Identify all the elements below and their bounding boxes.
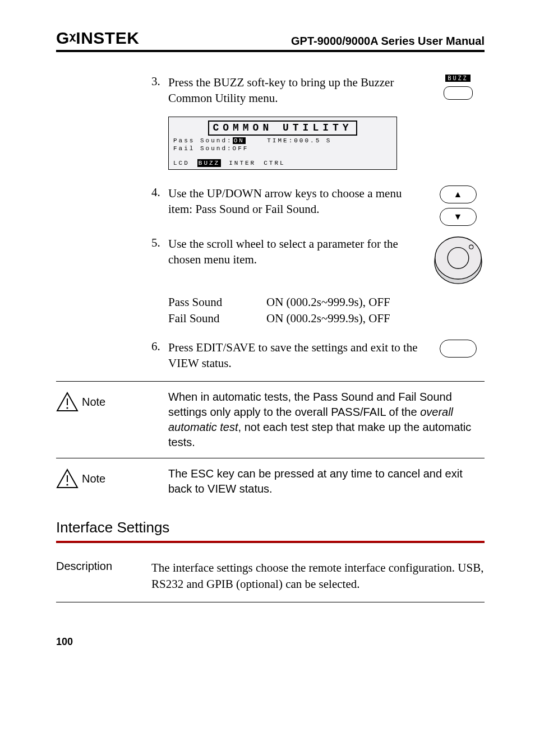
note-label: Note	[82, 472, 105, 485]
svg-point-9	[66, 484, 68, 486]
note-label: Note	[82, 396, 105, 409]
heading-rule	[56, 541, 485, 543]
divider	[56, 458, 485, 458]
buzz-softkey-label: BUZZ	[445, 75, 470, 82]
param-value: ON (000.2s~999.9s), OFF	[266, 294, 390, 310]
param-label: Fail Sound	[168, 310, 266, 327]
lcd-softkey-inter: INTER	[229, 159, 256, 167]
svg-point-1	[435, 237, 481, 279]
step-number: 6.	[151, 340, 168, 354]
step-5: 5. Use the scroll wheel to select a para…	[151, 236, 485, 284]
step-text: Use the UP/DOWN arrow keys to choose a m…	[168, 185, 431, 217]
note-text: When in automatic tests, the Pass Sound …	[168, 389, 485, 450]
description-row: Description The interface settings choos…	[56, 560, 485, 592]
page-number: 100	[56, 636, 485, 648]
param-fail-sound: Fail Sound ON (000.2s~999.9s), OFF	[168, 310, 485, 327]
scroll-wheel-icon	[433, 236, 483, 284]
param-label: Pass Sound	[168, 294, 266, 310]
description-label: Description	[56, 560, 151, 592]
note-text: The ESC key can be pressed at any time t…	[168, 466, 485, 497]
step-text: Press EDIT/SAVE to save the settings and…	[168, 340, 431, 372]
step-4: 4. Use the UP/DOWN arrow keys to choose …	[151, 185, 485, 226]
logo-text-instek: INSTEK	[76, 29, 139, 47]
page-header: GᵡINSTEK GPT-9000/9000A Series User Manu…	[56, 28, 485, 52]
softkey-button-icon	[444, 86, 473, 100]
step-text: Press the BUZZ soft-key to bring up the …	[168, 75, 431, 106]
lcd-title: COMMON UTILITY	[208, 120, 357, 136]
lcd-panel: COMMON UTILITY Pass Sound:ON TIME:000.5 …	[168, 117, 397, 170]
step-text: Use the scroll wheel to select a paramet…	[168, 236, 431, 268]
svg-point-6	[66, 407, 68, 409]
lcd-softkey-ctrl: CTRL	[264, 159, 285, 167]
param-value: ON (000.2s~999.9s), OFF	[266, 310, 390, 327]
interface-settings-heading: Interface Settings	[56, 519, 485, 536]
brand-logo: GᵡINSTEK	[56, 28, 139, 48]
description-text: The interface settings choose the remote…	[151, 560, 485, 592]
divider	[56, 602, 485, 602]
logo-text-g: G	[56, 29, 70, 47]
divider	[56, 381, 485, 382]
lcd-softkey-row: LCD BUZZ INTER CTRL	[173, 159, 392, 167]
note-text-pre: When in automatic tests, the Pass Sound …	[168, 391, 452, 418]
manual-title: GPT-9000/9000A Series User Manual	[291, 35, 485, 48]
lcd-row-fail: Fail Sound:OFF	[173, 145, 392, 152]
lcd-pass-label: Pass Sound:	[173, 137, 233, 144]
caution-icon	[56, 469, 79, 489]
step-number: 5.	[151, 236, 168, 250]
lcd-softkey-lcd: LCD	[173, 159, 190, 167]
param-pass-sound: Pass Sound ON (000.2s~999.9s), OFF	[168, 294, 485, 310]
step-6: 6. Press EDIT/SAVE to save the settings …	[151, 340, 485, 372]
step-number: 3.	[151, 75, 168, 89]
lcd-time: TIME:000.5 S	[267, 137, 331, 144]
down-arrow-icon: ▼	[440, 208, 477, 226]
step-3: 3. Press the BUZZ soft-key to bring up t…	[151, 75, 485, 106]
note-1: Note When in automatic tests, the Pass S…	[56, 389, 485, 450]
lcd-pass-value: ON	[233, 137, 246, 144]
logo-text-u: ᵡ	[70, 29, 76, 49]
up-arrow-icon: ▲	[440, 185, 477, 203]
step-number: 4.	[151, 185, 168, 200]
caution-icon	[56, 392, 79, 412]
edit-save-button-icon	[440, 340, 477, 358]
note-2: Note The ESC key can be pressed at any t…	[56, 466, 485, 497]
lcd-softkey-buzz: BUZZ	[197, 159, 221, 167]
lcd-row-pass: Pass Sound:ON TIME:000.5 S	[173, 137, 392, 145]
